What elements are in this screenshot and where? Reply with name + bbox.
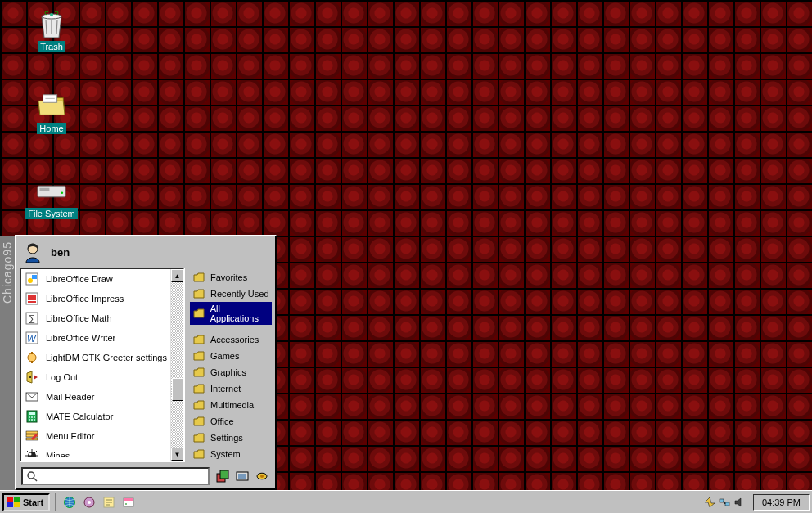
category-label: Favorites [210,272,247,282]
drive-icon [37,177,66,206]
category-games[interactable]: Games [190,348,272,364]
app-item-log-out[interactable]: Log Out [21,367,183,387]
folder-icon [192,349,205,362]
app-list-scrollbar[interactable]: ▲ ▼ [170,269,183,461]
footer-action-3[interactable] [254,468,270,484]
app-item-libreoffice-draw[interactable]: LibreOffice Draw [21,269,183,289]
app-item-mate-calculator[interactable]: MATE Calculator [21,407,183,426]
category-accessories[interactable]: Accessories [190,331,272,348]
brand-stripe: Chicago95 [0,236,15,490]
svg-rect-51 [7,502,13,507]
app-item-menu-editor[interactable]: Menu Editor [21,426,183,446]
svg-point-30 [31,419,33,421]
trash-icon [37,10,66,39]
start-menu: ben LibreOffice DrawLibreOffice Impress∑… [15,235,277,490]
category-system[interactable]: System [190,446,272,462]
category-internet[interactable]: Internet [190,380,272,397]
svg-rect-25 [29,412,35,415]
category-graphics[interactable]: Graphics [190,364,272,380]
app-item-mail-reader[interactable]: Mail Reader [21,387,183,407]
start-logo-icon [7,497,20,508]
app-item-label: LibreOffice Draw [46,274,113,284]
folder-icon [192,307,205,320]
desktop-icon-label: Trash [38,41,65,52]
category-settings[interactable]: Settings [190,430,272,446]
svg-point-42 [28,472,34,479]
category-label: Multimedia [210,400,254,410]
search-input[interactable] [41,471,205,481]
folder-icon [192,415,205,428]
tray-volume-icon[interactable] [733,497,745,508]
svg-point-55 [88,501,91,504]
svg-point-29 [29,419,30,421]
category-recent[interactable]: Recently Used [190,286,272,302]
desktop-icon-filesystem[interactable]: File System [23,177,80,219]
math-icon: ∑ [25,311,39,326]
start-label: Start [23,497,43,507]
app-item-lightdm-greeter[interactable]: LightDM GTK Greeter settings [21,348,183,367]
footer-action-1[interactable] [214,468,231,484]
taskbar: Start 04:39 PM [0,490,812,513]
search-icon [26,470,38,482]
category-office[interactable]: Office [190,413,272,430]
mail-icon [25,389,39,404]
svg-point-40 [29,453,32,456]
folder-icon [192,333,205,346]
tray-network-icon[interactable] [719,497,730,508]
tray-notification-icon[interactable] [704,497,715,508]
category-multimedia[interactable]: Multimedia [190,397,272,413]
svg-rect-60 [720,499,724,502]
folder-icon [192,382,205,395]
svg-rect-13 [28,295,36,300]
mines-icon [25,448,39,457]
calc-icon [25,409,39,424]
quicklaunch-app-2[interactable] [101,494,117,511]
svg-rect-11 [32,275,37,279]
svg-point-28 [34,416,35,418]
app-item-label: LibreOffice Writer [46,333,115,343]
svg-rect-6 [39,188,49,191]
svg-point-26 [29,416,30,418]
svg-point-19 [28,353,36,362]
svg-rect-14 [28,301,36,303]
app-item-mines[interactable]: Mines [21,446,183,457]
svg-text:∑: ∑ [29,313,35,324]
svg-rect-20 [31,352,33,354]
footer-action-2[interactable] [234,468,250,484]
app-item-libreoffice-writer[interactable]: WLibreOffice Writer [21,328,183,348]
start-menu-header: ben [16,236,275,268]
svg-line-62 [724,501,725,504]
svg-point-48 [260,475,264,478]
category-favorites[interactable]: Favorites [190,269,272,286]
category-all-apps[interactable]: All Applications [190,302,272,325]
svg-point-59 [125,503,127,505]
scroll-down-button[interactable]: ▼ [171,448,183,461]
quicklaunch-app-3[interactable] [120,494,137,511]
category-label: Office [210,416,234,426]
start-button[interactable]: Start [2,493,50,511]
desktop-icon-trash[interactable]: Trash [23,10,80,52]
svg-rect-47 [238,474,246,479]
svg-point-27 [31,416,33,418]
quicklaunch-browser[interactable] [61,494,78,511]
app-item-libreoffice-impress[interactable]: LibreOffice Impress [21,289,183,308]
desktop-icon-label: Home [37,123,65,134]
category-label: Internet [210,384,241,394]
svg-point-22 [29,376,31,378]
taskbar-clock[interactable]: 04:39 PM [753,494,810,511]
menu-search[interactable] [21,467,210,485]
app-item-label: MATE Calculator [46,412,113,421]
svg-rect-49 [7,497,13,502]
app-list-pane: LibreOffice DrawLibreOffice Impress∑Libr… [20,268,185,462]
taskbar-divider [55,493,56,511]
app-item-label: LibreOffice Math [46,313,112,323]
desktop-icon-home[interactable]: Home [23,92,80,134]
svg-rect-50 [14,497,20,502]
folder-icon [192,271,205,284]
category-label: Settings [210,433,243,443]
app-item-libreoffice-math[interactable]: ∑LibreOffice Math [21,308,183,328]
svg-rect-5 [38,186,65,197]
quicklaunch-app-1[interactable] [81,494,97,511]
app-item-label: LibreOffice Impress [46,294,124,304]
scroll-up-button[interactable]: ▲ [171,269,183,282]
